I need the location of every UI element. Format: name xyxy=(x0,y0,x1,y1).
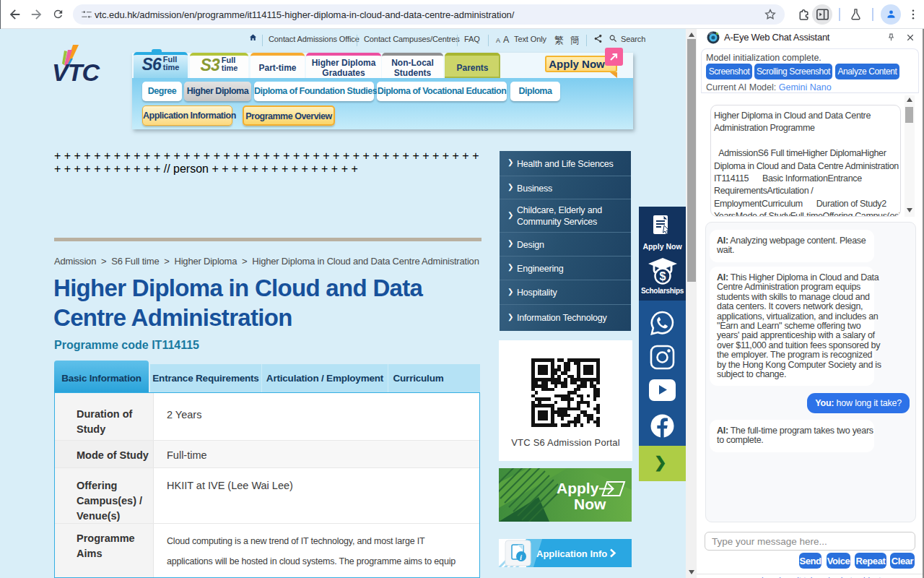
svg-text:Application Info: Application Info xyxy=(536,548,607,559)
svg-text:VTC: VTC xyxy=(52,59,100,86)
svg-text:Apply: Apply xyxy=(557,480,599,496)
svg-text:$: $ xyxy=(660,270,666,282)
svg-text:Now: Now xyxy=(574,496,606,512)
